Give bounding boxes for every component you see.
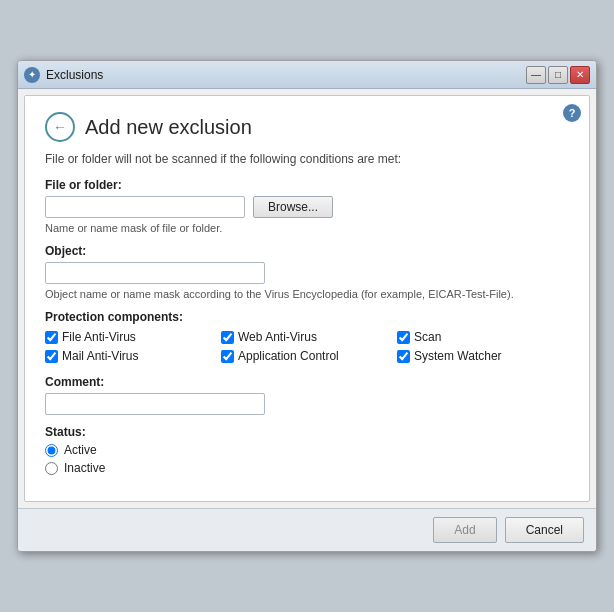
protection-section: Protection components: File Anti-Virus W… xyxy=(45,310,569,363)
comment-input[interactable] xyxy=(45,393,265,415)
checkbox-scan-label[interactable]: Scan xyxy=(414,330,441,344)
object-label: Object: xyxy=(45,244,569,258)
status-active-label[interactable]: Active xyxy=(64,443,97,457)
comment-row xyxy=(45,393,569,415)
page-header: ← Add new exclusion xyxy=(45,112,569,142)
page-title: Add new exclusion xyxy=(85,116,252,139)
close-button[interactable]: ✕ xyxy=(570,66,590,84)
checkbox-file-antivirus-label[interactable]: File Anti-Virus xyxy=(62,330,136,344)
checkbox-scan-input[interactable] xyxy=(397,331,410,344)
window-title: Exclusions xyxy=(46,68,103,82)
back-button[interactable]: ← xyxy=(45,112,75,142)
status-active-item: Active xyxy=(45,443,569,457)
file-folder-label: File or folder: xyxy=(45,178,569,192)
checkbox-scan: Scan xyxy=(397,330,569,344)
checkbox-mail-antivirus-input[interactable] xyxy=(45,350,58,363)
maximize-button[interactable]: □ xyxy=(548,66,568,84)
browse-button[interactable]: Browse... xyxy=(253,196,333,218)
checkbox-system-watcher-label[interactable]: System Watcher xyxy=(414,349,502,363)
file-folder-section: File or folder: Browse... Name or name m… xyxy=(45,178,569,234)
status-radio-group: Active Inactive xyxy=(45,443,569,475)
title-bar-controls: — □ ✕ xyxy=(526,66,590,84)
main-content: ? ← Add new exclusion File or folder wil… xyxy=(24,95,590,502)
checkbox-mail-antivirus-label[interactable]: Mail Anti-Virus xyxy=(62,349,138,363)
checkbox-mail-antivirus: Mail Anti-Virus xyxy=(45,349,217,363)
checkbox-web-antivirus: Web Anti-Virus xyxy=(221,330,393,344)
cancel-button[interactable]: Cancel xyxy=(505,517,584,543)
checkbox-system-watcher-input[interactable] xyxy=(397,350,410,363)
title-bar-left: ✦ Exclusions xyxy=(24,67,103,83)
status-inactive-label[interactable]: Inactive xyxy=(64,461,105,475)
status-active-radio[interactable] xyxy=(45,444,58,457)
status-inactive-radio[interactable] xyxy=(45,462,58,475)
checkbox-application-control-input[interactable] xyxy=(221,350,234,363)
help-icon[interactable]: ? xyxy=(563,104,581,122)
object-input[interactable] xyxy=(45,262,265,284)
file-folder-hint: Name or name mask of file or folder. xyxy=(45,222,569,234)
checkbox-system-watcher: System Watcher xyxy=(397,349,569,363)
status-inactive-item: Inactive xyxy=(45,461,569,475)
checkbox-web-antivirus-input[interactable] xyxy=(221,331,234,344)
checkbox-file-antivirus-input[interactable] xyxy=(45,331,58,344)
protection-checkboxes: File Anti-Virus Web Anti-Virus Scan Mail… xyxy=(45,330,569,363)
protection-label: Protection components: xyxy=(45,310,569,324)
object-section: Object: Object name or name mask accordi… xyxy=(45,244,569,300)
add-button[interactable]: Add xyxy=(433,517,496,543)
checkbox-application-control-label[interactable]: Application Control xyxy=(238,349,339,363)
status-section: Status: Active Inactive xyxy=(45,425,569,475)
status-label: Status: xyxy=(45,425,569,439)
title-bar: ✦ Exclusions — □ ✕ xyxy=(18,61,596,89)
footer: Add Cancel xyxy=(18,508,596,551)
comment-label: Comment: xyxy=(45,375,569,389)
file-folder-input[interactable] xyxy=(45,196,245,218)
exclusions-window: ✦ Exclusions — □ ✕ ? ← Add new exclusion… xyxy=(17,60,597,552)
object-hint: Object name or name mask according to th… xyxy=(45,288,569,300)
minimize-button[interactable]: — xyxy=(526,66,546,84)
window-icon: ✦ xyxy=(24,67,40,83)
subtitle-text: File or folder will not be scanned if th… xyxy=(45,152,569,166)
checkbox-file-antivirus: File Anti-Virus xyxy=(45,330,217,344)
comment-section: Comment: xyxy=(45,375,569,415)
file-folder-row: Browse... xyxy=(45,196,569,218)
checkbox-application-control: Application Control xyxy=(221,349,393,363)
checkbox-web-antivirus-label[interactable]: Web Anti-Virus xyxy=(238,330,317,344)
object-row xyxy=(45,262,569,284)
